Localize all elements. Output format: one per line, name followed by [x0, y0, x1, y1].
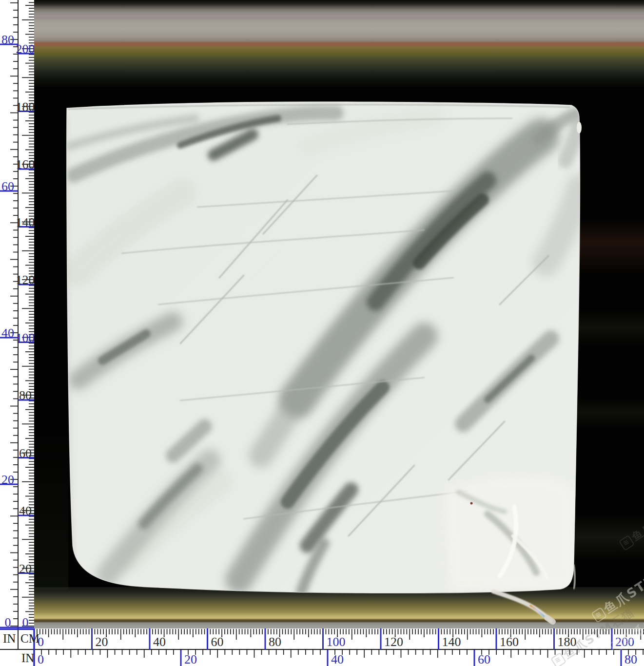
svg-text:0: 0	[5, 615, 11, 628]
svg-text:40: 40	[153, 635, 166, 649]
scan-area	[34, 0, 644, 628]
slab-image	[34, 0, 644, 628]
svg-text:60: 60	[211, 635, 224, 649]
svg-text:40: 40	[19, 504, 32, 518]
horizontal-ruler: 020406080100120140160180200020406080	[0, 628, 644, 666]
svg-text:20: 20	[19, 562, 32, 576]
vertical-ruler-inch-header: IN	[3, 632, 16, 645]
svg-text:80: 80	[1, 33, 14, 47]
svg-text:120: 120	[16, 273, 35, 287]
svg-text:80: 80	[19, 388, 32, 402]
svg-text:180: 180	[16, 100, 35, 114]
svg-text:40: 40	[1, 326, 14, 340]
svg-text:60: 60	[478, 652, 490, 666]
svg-text:0: 0	[38, 652, 44, 666]
svg-text:80: 80	[624, 652, 637, 666]
svg-text:200: 200	[16, 42, 35, 56]
svg-text:120: 120	[384, 635, 403, 649]
svg-text:0: 0	[22, 615, 29, 628]
svg-text:160: 160	[16, 157, 35, 171]
svg-text:100: 100	[16, 331, 35, 345]
svg-text:200: 200	[615, 635, 634, 649]
svg-text:140: 140	[442, 635, 461, 649]
svg-text:100: 100	[327, 635, 346, 649]
svg-text:160: 160	[500, 635, 519, 649]
svg-text:20: 20	[96, 635, 108, 649]
svg-text:80: 80	[269, 635, 281, 649]
vertical-ruler: 020406080100120140160180200020406080	[0, 0, 34, 628]
svg-text:180: 180	[558, 635, 577, 649]
svg-text:20: 20	[184, 652, 197, 666]
horizontal-ruler-inch-header: IN	[21, 652, 34, 664]
slab-scan-viewport: 020406080100120140160180200020406080 020…	[0, 0, 644, 666]
svg-text:60: 60	[1, 179, 14, 193]
vertical-ruler-cm-header: CM	[20, 632, 39, 645]
svg-text:60: 60	[19, 446, 32, 460]
slab-edge-tab	[577, 122, 582, 133]
svg-text:40: 40	[331, 652, 344, 666]
svg-text:140: 140	[16, 215, 35, 229]
svg-text:20: 20	[1, 473, 14, 487]
